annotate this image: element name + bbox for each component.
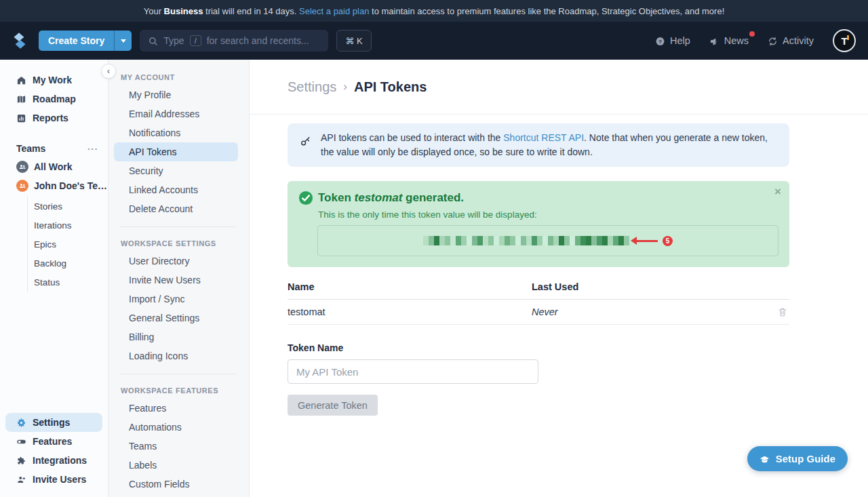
news-label: News	[724, 35, 749, 46]
alert-subtitle: This is the only time this token value w…	[318, 210, 778, 220]
sidebar-item-label: Integrations	[33, 455, 87, 466]
team-item-all-work[interactable]: All Work	[0, 157, 108, 176]
shortcut-rest-api-link[interactable]: Shortcut REST API	[503, 132, 584, 143]
breadcrumb-settings-link[interactable]: Settings	[288, 79, 336, 95]
create-story-dropdown[interactable]	[114, 31, 132, 51]
settings-nav: MY ACCOUNT My Profile Email Addresses No…	[108, 60, 250, 497]
settings-nav-item-labels[interactable]: Labels	[108, 456, 249, 475]
settings-nav-item-api-tokens[interactable]: API Tokens	[114, 142, 238, 161]
close-icon[interactable]: ×	[774, 185, 781, 199]
help-menu[interactable]: ? Help	[655, 35, 690, 46]
sidebar-item-label: Roadmap	[33, 94, 76, 104]
settings-nav-item-linked-accounts[interactable]: Linked Accounts	[108, 180, 249, 199]
sidebar-item-my-work[interactable]: My Work	[5, 71, 102, 90]
breadcrumb-separator: ›	[343, 80, 347, 94]
puzzle-icon	[16, 456, 26, 466]
sidebar-item-roadmap[interactable]: Roadmap	[5, 90, 102, 108]
settings-nav-item-import-sync[interactable]: Import / Sync	[108, 290, 249, 309]
sidebar-item-label: My Work	[33, 75, 72, 85]
settings-nav-item-teams[interactable]: Teams	[108, 437, 249, 456]
setup-guide-button[interactable]: Setup Guide	[747, 446, 848, 471]
sidebar-item-iterations[interactable]: Iterations	[28, 216, 108, 235]
team-label: John Doe's Te…	[34, 180, 107, 191]
settings-nav-item-features[interactable]: Features	[108, 399, 249, 418]
sidebar-item-features[interactable]: Features	[5, 432, 102, 451]
shortcut-logo-icon[interactable]	[9, 31, 30, 51]
tokens-table: Name Last Used testomat Never	[288, 281, 789, 325]
person-plus-icon	[16, 475, 26, 485]
sidebar-spacer	[0, 292, 108, 413]
banner-text: trial will end in 14 days.	[203, 6, 299, 16]
team-label: All Work	[34, 161, 73, 172]
sidebar-item-status[interactable]: Status	[28, 273, 108, 292]
team-item-john-does-team[interactable]: John Doe's Te…	[0, 176, 108, 195]
news-notification-badge	[749, 31, 755, 37]
news-menu[interactable]: News	[709, 35, 749, 46]
map-icon	[16, 94, 26, 104]
section-header-my-account: MY ACCOUNT	[108, 69, 249, 85]
sidebar-item-backlog[interactable]: Backlog	[28, 254, 108, 273]
delete-token-button[interactable]	[777, 306, 789, 317]
bar-chart-icon	[16, 113, 26, 123]
megaphone-icon	[709, 36, 719, 46]
svg-text:?: ?	[658, 38, 662, 44]
settings-nav-item-loading-icons[interactable]: Loading Icons	[108, 346, 249, 365]
select-paid-plan-link[interactable]: Select a paid plan	[299, 6, 369, 16]
search-icon	[148, 36, 158, 46]
alert-title-row: Token testomat generated.	[298, 191, 778, 205]
avatar-logo-accent	[847, 35, 849, 40]
settings-nav-item-notifications[interactable]: Notifications	[108, 123, 249, 142]
activity-menu[interactable]: Activity	[768, 35, 814, 46]
sidebar-item-epics[interactable]: Epics	[28, 235, 108, 254]
body-row: My Work Roadmap Reports Teams ···	[0, 60, 868, 497]
sidebar-item-reports[interactable]: Reports	[5, 108, 102, 127]
sidebar-item-settings[interactable]: Settings	[5, 413, 102, 432]
create-story-button[interactable]: Create Story	[39, 31, 132, 51]
settings-nav-item-security[interactable]: Security	[108, 161, 249, 180]
topnav-right: ? Help News Activity T	[655, 29, 868, 52]
gear-icon	[16, 418, 26, 428]
settings-nav-item-automations[interactable]: Automations	[108, 418, 249, 437]
graduation-cap-icon	[760, 454, 770, 464]
sidebar-item-integrations[interactable]: Integrations	[5, 451, 102, 470]
token-name-label: Token Name	[288, 342, 868, 353]
search-placeholder-post: for search and recents...	[207, 35, 309, 46]
settings-nav-item-custom-fields[interactable]: Custom Fields	[108, 475, 249, 494]
banner-text: Your	[144, 6, 164, 16]
generate-token-button[interactable]: Generate Token	[288, 395, 378, 416]
alert-title: Token testomat generated.	[318, 191, 464, 205]
sidebar-item-invite-users[interactable]: Invite Users	[5, 470, 102, 489]
settings-nav-item-my-profile[interactable]: My Profile	[108, 85, 249, 104]
teams-header-label: Teams	[16, 143, 45, 154]
help-icon: ?	[655, 36, 665, 46]
table-row: testomat Never	[288, 300, 789, 325]
slash-key-hint: /	[190, 35, 201, 46]
banner-text: to maintain access to premium features l…	[369, 6, 724, 16]
sidebar-item-label: Settings	[33, 417, 70, 428]
section-header-workspace-settings: WORKSPACE SETTINGS	[108, 235, 249, 252]
settings-nav-item-delete-account[interactable]: Delete Account	[108, 199, 249, 218]
settings-nav-item-invite-new-users[interactable]: Invite New Users	[108, 271, 249, 290]
sidebar-item-label: Reports	[33, 113, 68, 123]
settings-nav-item-billing[interactable]: Billing	[108, 327, 249, 346]
redacted-token	[423, 236, 629, 245]
team-avatar-orange-icon	[16, 180, 28, 192]
settings-nav-item-general-settings[interactable]: General Settings	[108, 309, 249, 327]
user-avatar[interactable]: T	[833, 29, 856, 52]
main-content: Settings › API Tokens API tokens can be …	[250, 60, 868, 497]
sidebar-item-stories[interactable]: Stories	[28, 197, 108, 216]
divider	[121, 226, 237, 227]
trial-banner: Your Business trial will end in 14 days.…	[0, 0, 868, 22]
activity-label: Activity	[783, 35, 814, 46]
settings-nav-item-email-addresses[interactable]: Email Addresses	[108, 104, 249, 123]
token-last-used-cell: Never	[532, 306, 777, 317]
token-value-field: 5	[317, 225, 778, 256]
main-sidebar: My Work Roadmap Reports Teams ···	[0, 60, 108, 497]
sidebar-collapse-button[interactable]: ‹	[101, 64, 116, 79]
search-input[interactable]: Type / for search and recents...	[140, 30, 328, 52]
settings-nav-item-user-directory[interactable]: User Directory	[108, 252, 249, 271]
token-name-input[interactable]	[288, 359, 538, 384]
team-sub-list: Stories Iterations Epics Backlog Status	[27, 197, 108, 292]
teams-more-button[interactable]: ···	[87, 144, 98, 154]
token-name-cell: testomat	[288, 306, 532, 317]
